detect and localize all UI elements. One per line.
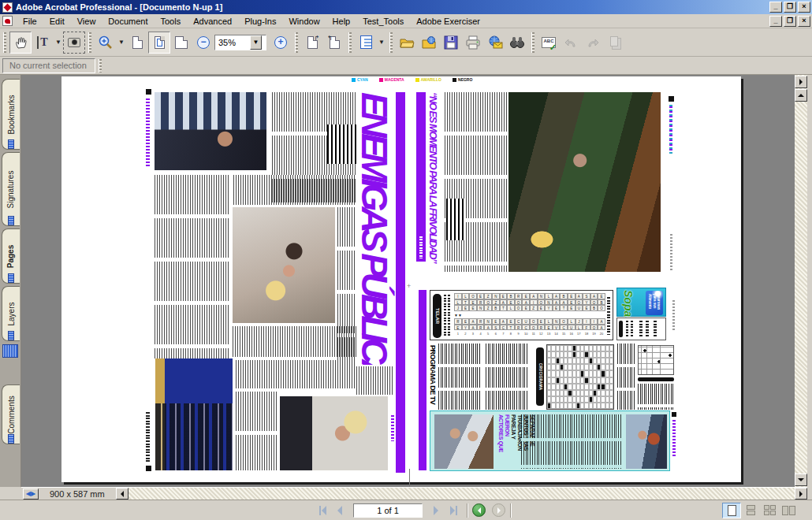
search-button[interactable] bbox=[506, 32, 528, 54]
toolbar-grip[interactable] bbox=[295, 32, 298, 53]
left-arrow-icon bbox=[117, 491, 124, 497]
spellcheck-button[interactable]: ABC✓ bbox=[538, 32, 560, 54]
hand-tool-button[interactable] bbox=[9, 32, 32, 54]
select-tool-caret[interactable]: ▼ bbox=[54, 32, 63, 53]
zoom-tool-caret[interactable]: ▼ bbox=[117, 32, 126, 53]
next-view-button[interactable]: ↰ bbox=[323, 32, 345, 54]
zoom-level-input[interactable] bbox=[215, 38, 250, 47]
single-page-layout-button[interactable] bbox=[722, 503, 741, 518]
menu-adobe-exerciser[interactable]: Adobe Exerciser bbox=[410, 15, 486, 28]
info-text bbox=[626, 321, 628, 337]
undo-button[interactable] bbox=[560, 32, 582, 54]
previous-view-button[interactable]: ↱ bbox=[301, 32, 323, 54]
zoom-in-button[interactable]: + bbox=[270, 32, 292, 54]
menu-view[interactable]: View bbox=[71, 15, 102, 28]
page-number-field[interactable] bbox=[353, 503, 423, 518]
open-button[interactable] bbox=[396, 32, 418, 54]
tab-grip[interactable] bbox=[8, 273, 14, 283]
splitter-button[interactable]: ◀▶ bbox=[23, 488, 39, 500]
photo-credit-text bbox=[670, 234, 672, 272]
redo-button[interactable] bbox=[582, 32, 604, 54]
sidebar-tab-layers[interactable]: Layers bbox=[2, 286, 20, 341]
scroll-up-button[interactable] bbox=[795, 89, 807, 102]
sidebar-tab-comments[interactable]: Comments bbox=[2, 384, 20, 444]
tab-grip[interactable] bbox=[8, 434, 14, 444]
next-page-button[interactable] bbox=[427, 503, 445, 518]
toolbar-grip[interactable] bbox=[3, 32, 6, 53]
actual-size-button[interactable] bbox=[126, 32, 148, 54]
wordsearch-answers-note bbox=[607, 297, 610, 335]
menu-tools[interactable]: Tools bbox=[155, 15, 188, 28]
save-button[interactable] bbox=[440, 32, 462, 54]
previous-page-button[interactable] bbox=[331, 503, 348, 518]
info-text bbox=[639, 321, 643, 337]
menu-document[interactable]: Document bbox=[102, 15, 154, 28]
continuous-facing-layout-button[interactable] bbox=[760, 503, 779, 518]
minimize-button[interactable]: _ bbox=[769, 2, 782, 13]
previous-view-nav-button[interactable] bbox=[472, 503, 486, 517]
sidebar-tab-signatures[interactable]: Signatures bbox=[2, 152, 20, 226]
panel-resize-grip[interactable] bbox=[2, 344, 18, 358]
last-page-button[interactable] bbox=[445, 503, 462, 518]
scroll-down-button[interactable] bbox=[795, 474, 807, 486]
snapshot-button[interactable] bbox=[63, 32, 85, 54]
zoom-out-button[interactable]: − bbox=[192, 32, 214, 54]
horizontal-scrollbar-track[interactable] bbox=[129, 488, 795, 500]
fit-width-button[interactable] bbox=[170, 32, 192, 54]
text-columns bbox=[236, 360, 356, 388]
tab-grip[interactable] bbox=[8, 216, 14, 225]
doc-close-button[interactable]: × bbox=[798, 16, 810, 27]
toolbar-grip[interactable] bbox=[389, 32, 393, 53]
task-pane-arrow-button[interactable] bbox=[795, 76, 807, 88]
close-button[interactable]: × bbox=[798, 2, 810, 13]
zoom-level-combo[interactable]: ▼ bbox=[214, 35, 266, 50]
tab-grip[interactable] bbox=[8, 331, 14, 340]
info-text bbox=[631, 321, 633, 337]
puzzle-text-column bbox=[617, 344, 635, 410]
print-button[interactable] bbox=[462, 32, 484, 54]
continuous-facing-icon bbox=[764, 505, 776, 515]
hscroll-left-button[interactable] bbox=[116, 488, 129, 500]
doc-restore-button[interactable]: ❐ bbox=[784, 16, 796, 27]
first-page-button[interactable] bbox=[314, 503, 331, 518]
menu-window[interactable]: Window bbox=[282, 15, 326, 28]
toolbar: T ▼ ▼ − ▼ + ↱ ↰ ▼ ABC✓ bbox=[0, 28, 812, 57]
facing-layout-button[interactable] bbox=[779, 503, 798, 518]
info-text bbox=[654, 321, 657, 337]
restore-button[interactable]: ❐ bbox=[784, 2, 796, 13]
tab-grip[interactable] bbox=[8, 139, 14, 149]
copy-button[interactable] bbox=[604, 32, 626, 54]
toolbar-grip[interactable] bbox=[88, 32, 91, 53]
sidebar-tab-pages[interactable]: Pages bbox=[2, 228, 20, 284]
select-text-button[interactable]: T bbox=[32, 32, 54, 54]
menu-advanced[interactable]: Advanced bbox=[187, 15, 238, 28]
document-window-icon[interactable] bbox=[2, 16, 13, 26]
facing-icon bbox=[782, 506, 795, 515]
sidebar-tab-bookmarks[interactable]: Bookmarks bbox=[2, 79, 20, 150]
navigation-tabs-button[interactable] bbox=[355, 32, 377, 54]
open-web-page-button[interactable] bbox=[418, 32, 440, 54]
menu-file[interactable]: File bbox=[17, 15, 43, 28]
zoom-combo-caret[interactable]: ▼ bbox=[250, 35, 262, 50]
menu-help[interactable]: Help bbox=[326, 15, 357, 28]
toolbar-grip[interactable] bbox=[531, 32, 535, 53]
document-canvas[interactable]: CYAN MAGENTA AMARILLO NEGRO ENEMIGAS PÚB… bbox=[21, 75, 795, 487]
toolbar-grip[interactable] bbox=[99, 59, 102, 72]
menu-test-tools[interactable]: Test_Tools bbox=[356, 15, 410, 28]
hscroll-right-button[interactable] bbox=[795, 488, 807, 500]
continuous-layout-button[interactable] bbox=[741, 503, 760, 518]
printer-icon bbox=[465, 35, 481, 50]
purple-divider-bar bbox=[396, 92, 405, 473]
next-view-nav-button[interactable] bbox=[492, 503, 505, 517]
menu-edit[interactable]: Edit bbox=[43, 15, 71, 28]
vertical-scrollbar[interactable] bbox=[795, 75, 807, 487]
zoom-tool-button[interactable] bbox=[95, 32, 117, 54]
plus-icon: + bbox=[274, 36, 287, 49]
email-button[interactable] bbox=[484, 32, 506, 54]
navigation-tabs-caret[interactable]: ▼ bbox=[377, 32, 386, 53]
doc-minimize-button[interactable]: _ bbox=[769, 16, 782, 27]
tv-listings-column bbox=[438, 344, 481, 410]
menu-plugins[interactable]: Plug-Ins bbox=[238, 15, 282, 28]
fit-page-button[interactable] bbox=[148, 32, 170, 54]
toolbar-grip[interactable] bbox=[348, 32, 352, 53]
